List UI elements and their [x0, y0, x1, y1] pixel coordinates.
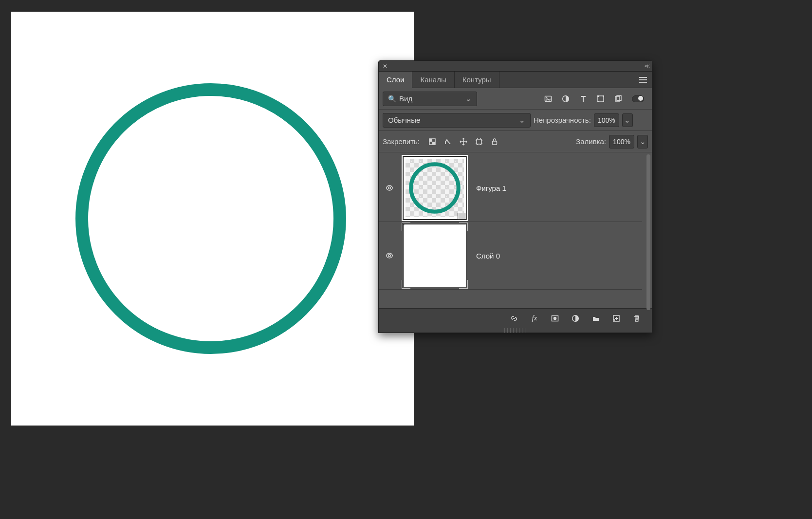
lock-row: Закрепить: Заливка: 100% ⌄ [379, 131, 652, 152]
search-icon: 🔍 [388, 95, 396, 103]
svg-rect-12 [432, 142, 435, 145]
lock-image-icon[interactable] [444, 138, 452, 146]
add-mask-icon[interactable] [551, 314, 559, 323]
filter-pixel-icon[interactable] [544, 95, 552, 103]
layer-actions-bar: fx [379, 308, 652, 328]
filter-toggle[interactable] [632, 95, 644, 102]
shape-circle[interactable] [11, 12, 414, 426]
close-icon[interactable]: ✕ [383, 63, 388, 70]
lock-transparency-icon[interactable] [428, 138, 436, 146]
thumbnail-shape-icon [406, 160, 463, 216]
tab-channels[interactable]: Каналы [412, 72, 454, 88]
filter-shape-icon[interactable] [597, 95, 605, 103]
shape-badge-icon [458, 213, 466, 220]
layer-name[interactable]: Фигура 1 [476, 184, 506, 192]
tab-paths[interactable]: Контуры [455, 72, 499, 88]
new-group-icon[interactable] [591, 314, 600, 323]
chevron-down-icon: ⌄ [519, 116, 525, 125]
fill-value[interactable]: 100% [609, 135, 634, 148]
filter-kind-dropdown[interactable]: 🔍 Вид ⌄ [383, 92, 477, 106]
new-adjustment-icon[interactable] [571, 314, 580, 323]
lock-label: Закрепить: [383, 137, 420, 146]
filter-type-icon[interactable] [579, 95, 587, 103]
layer-style-icon[interactable]: fx [530, 314, 539, 323]
fill-stepper[interactable]: ⌄ [637, 135, 648, 148]
panel-titlebar[interactable]: ✕ << [379, 61, 652, 72]
svg-rect-11 [429, 139, 432, 142]
svg-point-16 [388, 187, 391, 189]
tab-layers[interactable]: Слои [379, 72, 412, 88]
layer-row-shape[interactable]: Фигура 1 [379, 154, 642, 222]
panel-resize-grip[interactable]: ││││││││ [379, 328, 652, 333]
layer-list: Фигура 1 Слой 0 [379, 152, 652, 308]
layer-scrollbar[interactable] [646, 154, 650, 310]
layer-filter-row: 🔍 Вид ⌄ [379, 88, 652, 110]
chevron-down-icon: ⌄ [465, 94, 472, 103]
link-layers-icon[interactable] [510, 314, 518, 323]
svg-rect-6 [603, 95, 604, 97]
svg-point-0 [82, 90, 340, 348]
layer-name[interactable]: Слой 0 [476, 252, 500, 260]
svg-point-17 [411, 164, 458, 211]
panel-menu-button[interactable] [636, 72, 650, 88]
visibility-eye-icon[interactable] [386, 252, 393, 260]
filter-kind-label: Вид [399, 94, 412, 103]
delete-layer-icon[interactable] [632, 314, 641, 323]
svg-rect-5 [597, 95, 599, 97]
lock-artboard-icon[interactable] [475, 138, 483, 146]
blend-row: Обычные ⌄ Непрозрачность: 100% ⌄ [379, 110, 652, 131]
svg-point-18 [388, 255, 391, 257]
svg-rect-15 [493, 141, 497, 145]
collapse-icon[interactable]: << [645, 62, 648, 70]
svg-point-20 [554, 316, 557, 320]
filter-type-icons [544, 95, 648, 103]
fill-label: Заливка: [576, 137, 606, 146]
opacity-stepper[interactable]: ⌄ [622, 113, 633, 127]
svg-rect-14 [477, 139, 481, 144]
layer-thumbnail[interactable] [403, 224, 466, 287]
svg-rect-7 [597, 101, 599, 102]
svg-point-2 [546, 97, 548, 98]
opacity-label: Непрозрачность: [534, 116, 591, 124]
new-layer-icon[interactable] [612, 314, 621, 323]
blend-mode-value: Обычные [388, 116, 420, 124]
blend-mode-dropdown[interactable]: Обычные ⌄ [383, 113, 531, 128]
filter-adjustment-icon[interactable] [562, 95, 570, 103]
document-canvas[interactable] [11, 12, 414, 426]
layers-panel: ✕ << Слои Каналы Контуры 🔍 Вид ⌄ [378, 60, 652, 333]
opacity-value[interactable]: 100% [594, 113, 619, 127]
hamburger-icon [639, 79, 647, 80]
filter-smartobject-icon[interactable] [614, 95, 622, 103]
layer-thumbnail[interactable] [403, 156, 466, 220]
lock-position-icon[interactable] [460, 138, 467, 146]
lock-all-icon[interactable] [491, 138, 498, 146]
svg-rect-8 [603, 101, 604, 102]
panel-tab-strip: Слои Каналы Контуры [379, 72, 652, 88]
layer-list-empty-row [379, 290, 642, 306]
layer-row-background[interactable]: Слой 0 [379, 222, 642, 290]
visibility-eye-icon[interactable] [386, 184, 393, 192]
